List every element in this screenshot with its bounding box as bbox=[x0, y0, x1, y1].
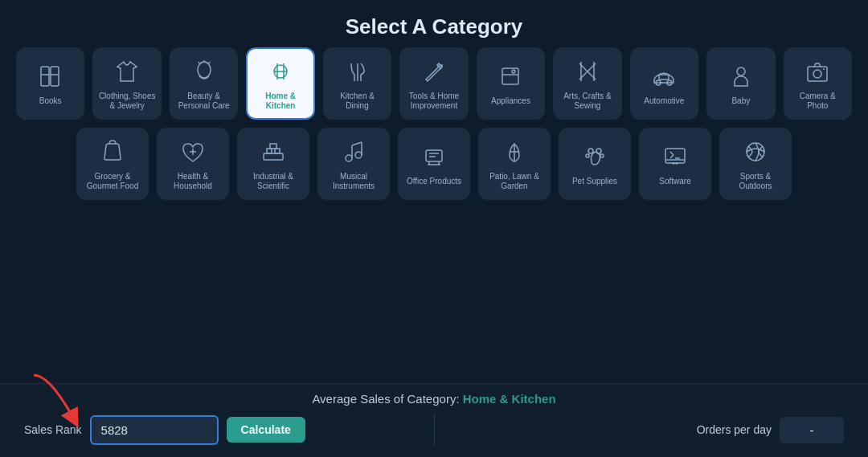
category-card-grocery[interactable]: Grocery & Gourmet Food bbox=[76, 128, 149, 200]
average-sales-line: Average Sales of Category: Home & Kitche… bbox=[24, 392, 844, 406]
svg-line-55 bbox=[670, 152, 674, 155]
svg-point-23 bbox=[737, 67, 745, 75]
grocery-icon bbox=[100, 139, 125, 169]
category-label-books: Books bbox=[39, 96, 62, 106]
baby-icon bbox=[728, 63, 754, 93]
svg-point-46 bbox=[588, 149, 593, 153]
svg-point-25 bbox=[813, 70, 821, 78]
svg-point-33 bbox=[346, 155, 352, 161]
svg-rect-30 bbox=[267, 149, 272, 153]
svg-rect-22 bbox=[659, 75, 669, 80]
category-label-industrial: Industrial & Scientific bbox=[242, 172, 305, 191]
category-card-arts-crafts[interactable]: Arts, Crafts & Sewing bbox=[553, 47, 621, 120]
category-card-tools-home[interactable]: Tools & Home Improvement bbox=[399, 47, 468, 120]
category-card-home-kitchen[interactable]: Home & Kitchen bbox=[246, 47, 314, 120]
divider bbox=[434, 414, 435, 446]
category-label-musical: Musical Instruments bbox=[322, 172, 385, 191]
svg-rect-31 bbox=[275, 149, 280, 153]
category-card-baby[interactable]: Baby bbox=[706, 47, 775, 120]
health-icon bbox=[180, 139, 206, 169]
category-card-appliances[interactable]: Appliances bbox=[477, 47, 545, 120]
category-card-industrial[interactable]: Industrial & Scientific bbox=[237, 128, 309, 200]
beauty-icon bbox=[191, 59, 217, 88]
category-label-automotive: Automotive bbox=[644, 96, 684, 106]
svg-rect-29 bbox=[264, 153, 283, 160]
svg-line-6 bbox=[199, 62, 199, 63]
category-card-patio[interactable]: Patio, Lawn & Garden bbox=[478, 128, 551, 200]
category-label-clothing: Clothing, Shoes & Jewelry bbox=[97, 92, 156, 111]
orders-per-day-label: Orders per day bbox=[697, 423, 772, 436]
arrow-container bbox=[90, 415, 219, 445]
category-label-camera-photo: Camera & Photo bbox=[788, 92, 847, 111]
svg-point-58 bbox=[747, 143, 764, 161]
category-card-health[interactable]: Health & Household bbox=[157, 128, 229, 200]
category-card-kitchen-dining[interactable]: Kitchen & Dining bbox=[323, 47, 391, 120]
svg-line-56 bbox=[670, 155, 674, 158]
category-card-sports[interactable]: Sports & Outdoors bbox=[719, 128, 792, 200]
industrial-icon bbox=[260, 139, 286, 169]
category-label-tools-home: Tools & Home Improvement bbox=[404, 92, 463, 111]
category-card-beauty[interactable]: Beauty & Personal Care bbox=[170, 47, 238, 120]
category-label-sports: Sports & Outdoors bbox=[724, 172, 787, 191]
category-card-office[interactable]: Office Products bbox=[398, 128, 470, 200]
category-card-books[interactable]: Books bbox=[16, 47, 84, 120]
page-title: Select A Category bbox=[0, 14, 868, 39]
sales-rank-input[interactable] bbox=[90, 415, 219, 445]
category-label-home-kitchen: Home & Kitchen bbox=[251, 92, 309, 111]
software-icon bbox=[662, 144, 688, 173]
svg-point-48 bbox=[586, 154, 589, 157]
pet-icon bbox=[582, 144, 608, 173]
category-card-clothing[interactable]: Clothing, Shoes & Jewelry bbox=[92, 47, 161, 120]
svg-point-49 bbox=[600, 154, 604, 157]
svg-rect-50 bbox=[665, 149, 685, 163]
svg-point-4 bbox=[198, 62, 211, 78]
sports-icon bbox=[743, 139, 768, 169]
tools-home-icon bbox=[421, 59, 447, 88]
patio-icon bbox=[502, 139, 527, 169]
category-label-arts-crafts: Arts, Crafts & Sewing bbox=[558, 92, 616, 111]
category-label-patio: Patio, Lawn & Garden bbox=[483, 172, 546, 191]
bottom-section: Average Sales of Category: Home & Kitche… bbox=[0, 383, 868, 457]
category-card-automotive[interactable]: Automotive bbox=[630, 47, 698, 120]
svg-rect-0 bbox=[41, 67, 49, 86]
category-card-pet[interactable]: Pet Supplies bbox=[559, 128, 631, 200]
categories-row-1: BooksClothing, Shoes & JewelryBeauty & P… bbox=[16, 47, 852, 120]
automotive-icon bbox=[651, 63, 677, 93]
musical-icon bbox=[341, 139, 366, 169]
svg-point-15 bbox=[512, 70, 515, 73]
category-label-appliances: Appliances bbox=[491, 96, 530, 106]
home-kitchen-icon bbox=[268, 59, 293, 88]
svg-point-47 bbox=[596, 149, 601, 153]
camera-photo-icon bbox=[805, 59, 830, 88]
category-label-beauty: Beauty & Personal Care bbox=[174, 92, 233, 111]
svg-rect-13 bbox=[502, 68, 518, 84]
categories-row-2: Grocery & Gourmet FoodHealth & Household… bbox=[16, 128, 852, 200]
category-label-baby: Baby bbox=[731, 96, 750, 106]
category-card-camera-photo[interactable]: Camera & Photo bbox=[784, 47, 852, 120]
svg-point-26 bbox=[823, 68, 825, 70]
calculate-button[interactable]: Calculate bbox=[227, 417, 305, 443]
title-section: Select A Category bbox=[0, 0, 868, 47]
bottom-controls: Sales Rank Calculate bbox=[24, 414, 844, 446]
category-label-software: Software bbox=[659, 177, 690, 186]
category-label-pet: Pet Supplies bbox=[572, 177, 617, 186]
svg-rect-38 bbox=[426, 150, 442, 161]
books-icon bbox=[38, 63, 63, 93]
kitchen-dining-icon bbox=[345, 59, 371, 88]
appliances-icon bbox=[497, 63, 523, 93]
page-container: Select A Category BooksClothing, Shoes &… bbox=[0, 0, 868, 457]
categories-area: BooksClothing, Shoes & JewelryBeauty & P… bbox=[0, 47, 868, 383]
svg-line-37 bbox=[352, 142, 362, 145]
category-card-software[interactable]: Software bbox=[639, 128, 711, 200]
arts-crafts-icon bbox=[575, 59, 600, 88]
svg-rect-32 bbox=[270, 144, 276, 149]
sales-rank-label: Sales Rank bbox=[24, 423, 82, 436]
category-card-musical[interactable]: Musical Instruments bbox=[317, 128, 390, 200]
svg-rect-1 bbox=[51, 67, 59, 86]
category-label-office: Office Products bbox=[407, 177, 461, 186]
category-label-health: Health & Household bbox=[162, 172, 224, 191]
left-controls: Sales Rank Calculate bbox=[24, 415, 410, 445]
clothing-icon bbox=[114, 59, 140, 88]
office-icon bbox=[421, 144, 447, 173]
orders-per-day-value: - bbox=[780, 417, 844, 443]
